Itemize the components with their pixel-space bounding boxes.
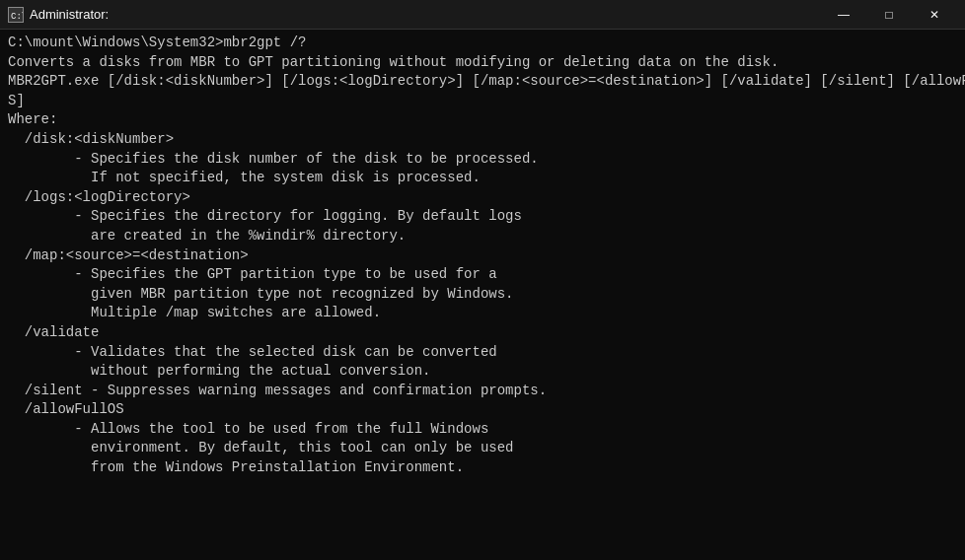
terminal-line: S] — [8, 92, 957, 111]
terminal-line: - Validates that the selected disk can b… — [8, 343, 957, 363]
terminal-line: environment. By default, this tool can o… — [8, 439, 957, 458]
terminal-line: /logs:<logDirectory> — [8, 188, 957, 208]
terminal-line: Multiple /map switches are allowed. — [8, 304, 957, 323]
terminal-line: without performing the actual conversion… — [8, 362, 957, 382]
terminal-line: - Specifies the directory for logging. B… — [8, 207, 957, 227]
terminal-line: MBR2GPT.exe [/disk:<diskNumber>] [/logs:… — [8, 72, 957, 92]
maximize-button[interactable]: □ — [866, 0, 912, 30]
window-title: Administrator: — [30, 7, 109, 22]
terminal-line: - Specifies the GPT partition type to be… — [8, 265, 957, 285]
terminal-line: /silent - Suppresses warning messages an… — [8, 382, 957, 401]
titlebar: C:\ Administrator: — □ ✕ — [0, 0, 965, 30]
close-button[interactable]: ✕ — [912, 0, 957, 30]
terminal-line: /validate — [8, 323, 957, 343]
terminal-line: are created in the %windir% directory. — [8, 227, 957, 246]
terminal-body: C:\mount\Windows\System32>mbr2gpt /?Conv… — [0, 30, 965, 560]
terminal-line: /map:<source>=<destination> — [8, 246, 957, 266]
terminal-line: Where: — [8, 110, 957, 130]
terminal-line: Converts a disks from MBR to GPT partiti… — [8, 53, 957, 73]
terminal-line: - Specifies the disk number of the disk … — [8, 150, 957, 170]
titlebar-left: C:\ Administrator: — [8, 7, 109, 23]
terminal-line: from the Windows Preinstallation Environ… — [8, 458, 957, 478]
terminal-line: If not specified, the system disk is pro… — [8, 169, 957, 188]
terminal-line: given MBR partition type not recognized … — [8, 285, 957, 305]
window-controls: — □ ✕ — [821, 0, 957, 30]
terminal-line: - Allows the tool to be used from the fu… — [8, 420, 957, 440]
terminal-line: /disk:<diskNumber> — [8, 130, 957, 150]
terminal-line: /allowFullOS — [8, 400, 957, 420]
terminal-line: C:\mount\Windows\System32>mbr2gpt /? — [8, 34, 957, 53]
svg-text:C:\: C:\ — [11, 12, 23, 22]
cmd-icon: C:\ — [8, 7, 24, 23]
minimize-button[interactable]: — — [821, 0, 866, 30]
